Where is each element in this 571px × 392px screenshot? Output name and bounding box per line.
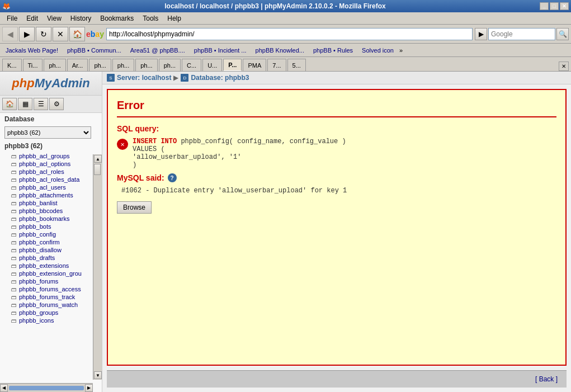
tab-2[interactable]: ph... xyxy=(44,59,65,71)
sidebar-list-btn[interactable]: ☰ xyxy=(34,98,48,110)
go-button[interactable]: ▶ xyxy=(475,28,487,40)
sql-line2: VALUES ( xyxy=(133,145,556,153)
sidebar-grid-btn[interactable]: ▦ xyxy=(18,98,32,110)
menu-bookmarks[interactable]: Bookmarks xyxy=(96,13,138,23)
url-input[interactable] xyxy=(106,28,473,40)
sidebar: phpMyAdmin 🏠 ▦ ☰ ⚙ Database phpbb3 (62) … xyxy=(0,72,102,392)
table-item-forums-track[interactable]: 🗃phpbb_forums_track xyxy=(0,293,102,301)
restore-button[interactable]: □ xyxy=(550,2,559,10)
sidebar-hscrollbar[interactable]: ◀ ▶ xyxy=(0,383,93,392)
bookmark-jackals[interactable]: Jackals Web Page! xyxy=(2,46,62,55)
table-item-acl-roles[interactable]: 🗃phpbb_acl_roles xyxy=(0,168,102,176)
tab-0[interactable]: K... xyxy=(2,59,22,71)
forward-button[interactable]: ▶ xyxy=(19,27,35,41)
sidebar-settings-btn[interactable]: ⚙ xyxy=(49,98,64,110)
table-item-banlist[interactable]: 🗃phpbb_banlist xyxy=(0,199,102,207)
hscroll-right-btn[interactable]: ▶ xyxy=(85,384,93,392)
help-icon[interactable]: ? xyxy=(168,173,177,182)
sql-line1: INSERT INTO phpbb_config( config_name, c… xyxy=(133,138,556,145)
table-item-attachments[interactable]: 🗃phpbb_attachments xyxy=(0,191,102,199)
minimize-button[interactable]: _ xyxy=(540,2,549,10)
bookmark-phpbb-knowled[interactable]: phpBB Knowled... xyxy=(252,46,308,55)
table-item-extensions[interactable]: 🗃phpbb_extensions xyxy=(0,262,102,270)
browse-button[interactable]: Browse xyxy=(117,201,152,214)
sql-keyword-insert: INSERT INTO xyxy=(133,138,177,145)
menu-bar: File Edit View History Bookmarks Tools H… xyxy=(0,12,571,25)
scroll-down-btn[interactable]: ▼ xyxy=(94,371,102,379)
table-item-bookmarks[interactable]: 🗃phpbb_bookmarks xyxy=(0,215,102,223)
tab-4[interactable]: ph... xyxy=(89,59,111,71)
ebay-logo: ebay xyxy=(86,30,104,39)
error-container: Error SQL query: ✕ INSERT INTO phpbb_con… xyxy=(107,89,567,366)
bookmarks-overflow[interactable]: » xyxy=(399,47,403,54)
table-item-drafts[interactable]: 🗃phpbb_drafts xyxy=(0,254,102,262)
home-button[interactable]: 🏠 xyxy=(69,27,85,41)
bookmark-phpbb-commun[interactable]: phpBB • Commun... xyxy=(64,46,125,55)
table-item-extension-grou[interactable]: 🗃phpbb_extension_grou xyxy=(0,270,102,277)
bookmark-area51[interactable]: Area51 @ phpBB.... xyxy=(127,46,188,55)
table-item-config[interactable]: 🗃phpbb_config xyxy=(0,230,102,238)
window-title: localhost / localhost / phpbb3 | phpMyAd… xyxy=(11,2,540,10)
table-item-forums-access[interactable]: 🗃phpbb_forums_access xyxy=(0,285,102,293)
bookmark-phpbb-incident[interactable]: phpBB • Incident ... xyxy=(191,46,250,55)
tab-11[interactable]: PMA xyxy=(243,59,266,71)
tab-1[interactable]: Ti... xyxy=(23,59,43,71)
stop-button[interactable]: ✕ xyxy=(53,27,68,41)
sql-line3: 'allow_userbar_upload', '1' xyxy=(133,153,556,161)
menu-help[interactable]: Help xyxy=(163,13,186,23)
db-label: Database xyxy=(0,113,102,125)
tab-8[interactable]: C... xyxy=(182,59,201,71)
table-item-acl-options[interactable]: 🗃phpbb_acl_options xyxy=(0,160,102,168)
error-title: Error xyxy=(117,99,556,117)
scroll-track xyxy=(93,163,102,371)
tab-9[interactable]: U... xyxy=(202,59,222,71)
menu-history[interactable]: History xyxy=(66,13,96,23)
menu-view[interactable]: View xyxy=(43,13,66,23)
sql-text: INSERT INTO phpbb_config( config_name, c… xyxy=(133,138,556,169)
menu-file[interactable]: File xyxy=(2,13,22,23)
sidebar-scrollbar[interactable]: ▲ ▼ xyxy=(93,154,102,380)
back-button[interactable]: ◀ xyxy=(2,27,18,41)
tab-7[interactable]: ph... xyxy=(159,59,181,71)
db-current-label: phpbb3 (62) xyxy=(0,140,102,152)
database-icon: D xyxy=(181,74,188,82)
server-link[interactable]: Server: localhost xyxy=(117,74,171,82)
table-item-disallow[interactable]: 🗃phpbb_disallow xyxy=(0,246,102,254)
table-item-confirm[interactable]: 🗃phpbb_confirm xyxy=(0,238,102,246)
table-item-acl-roles-data[interactable]: 🗃phpbb_acl_roles_data xyxy=(0,176,102,183)
table-item-forums[interactable]: 🗃phpbb_forums xyxy=(0,277,102,285)
reload-button[interactable]: ↻ xyxy=(36,27,51,41)
table-item-icons[interactable]: 🗃phpbb_icons xyxy=(0,317,102,324)
db-select[interactable]: phpbb3 (62) xyxy=(4,126,91,139)
table-item-groups[interactable]: 🗃phpbb_groups xyxy=(0,309,102,317)
bookmark-phpbb-rules[interactable]: phpBB • Rules xyxy=(310,46,356,55)
tab-6[interactable]: ph... xyxy=(135,59,157,71)
menu-edit[interactable]: Edit xyxy=(22,13,43,23)
table-item-bots[interactable]: 🗃phpbb_bots xyxy=(0,223,102,230)
error-message: #1062 - Duplicate entry 'allow_userbar_u… xyxy=(121,187,556,195)
scroll-thumb[interactable] xyxy=(94,164,101,175)
tab-5[interactable]: ph... xyxy=(112,59,134,71)
table-item-forums-watch[interactable]: 🗃phpbb_forums_watch xyxy=(0,301,102,309)
bookmark-solved-icon[interactable]: Solved icon xyxy=(358,46,397,55)
menu-tools[interactable]: Tools xyxy=(138,13,163,23)
search-input[interactable] xyxy=(488,28,555,40)
sidebar-home-btn[interactable]: 🏠 xyxy=(2,98,17,110)
tabs-close[interactable]: ✕ xyxy=(559,62,569,71)
tab-12[interactable]: 7... xyxy=(267,59,286,71)
hscroll-left-btn[interactable]: ◀ xyxy=(0,384,8,392)
tab-10[interactable]: P... xyxy=(223,59,242,71)
table-item-bbcodes[interactable]: 🗃phpbb_bbcodes xyxy=(0,207,102,215)
table-item-acl-groups[interactable]: 🗃phpbb_acl_groups xyxy=(0,152,102,160)
hscroll-thumb[interactable] xyxy=(9,386,84,390)
tab-3[interactable]: Ar... xyxy=(67,59,88,71)
pma-logo-area: phpMyAdmin xyxy=(0,72,102,96)
search-button[interactable]: 🔍 xyxy=(556,28,569,40)
sql-query-label: SQL query: xyxy=(117,124,556,133)
tab-13[interactable]: 5... xyxy=(287,59,306,71)
scroll-up-btn[interactable]: ▲ xyxy=(94,155,102,163)
table-item-acl-users[interactable]: 🗃phpbb_acl_users xyxy=(0,183,102,191)
close-button[interactable]: ✕ xyxy=(560,2,569,10)
database-link[interactable]: Database: phpbb3 xyxy=(191,74,249,82)
back-link[interactable]: [ Back ] xyxy=(535,375,558,383)
